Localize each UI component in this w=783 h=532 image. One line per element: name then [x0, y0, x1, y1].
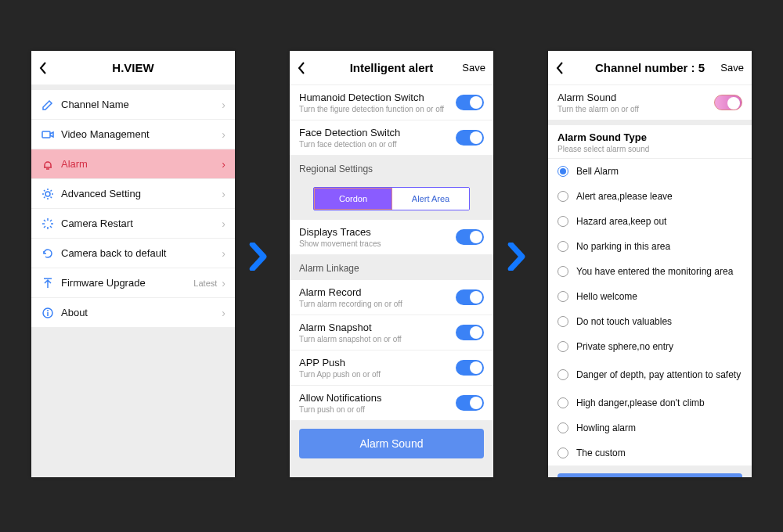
menu-label: Camera back to default [61, 247, 222, 259]
sound-option[interactable]: Private sphere,no entry [548, 334, 752, 359]
snapshot-toggle[interactable] [456, 325, 484, 340]
back-button[interactable] [290, 51, 313, 85]
sound-option[interactable]: The custom [548, 440, 752, 466]
face-detection-row: Face Detection Switch Turn face detectio… [290, 120, 493, 156]
chevron-right-icon: › [222, 217, 226, 230]
setting-label: Alarm Record [299, 286, 456, 298]
custom-voice-button[interactable]: Custom Voice [557, 473, 742, 477]
menu-item-gear[interactable]: Advanced Setting› [31, 179, 235, 209]
sound-option[interactable]: Danger of depth, pay attention to safety [548, 359, 752, 390]
sound-option[interactable]: Bell Alarm [548, 159, 752, 184]
arrow-icon [507, 243, 530, 276]
svg-point-12 [47, 310, 49, 311]
sound-option[interactable]: Alert area,please leave [548, 184, 752, 209]
option-label: No parking in this area [576, 241, 742, 252]
displays-traces-row: Displays Traces Show movement traces [290, 220, 493, 255]
alarm-icon [41, 158, 55, 171]
menu-item-video[interactable]: Video Management› [31, 120, 235, 149]
setting-label: Alarm Snapshot [299, 322, 456, 333]
radio-icon [557, 216, 568, 227]
alarm-sound-toggle[interactable] [714, 95, 742, 110]
svg-line-8 [50, 220, 52, 221]
allow-notifications-row: Allow Notifications Turn push on or off [290, 386, 493, 421]
option-label: Danger of depth, pay attention to safety [576, 369, 742, 380]
sound-option[interactable]: High danger,please don't climb [548, 390, 752, 415]
radio-icon [557, 422, 568, 433]
face-toggle[interactable] [456, 130, 484, 146]
video-icon [41, 128, 55, 141]
setting-desc: Turn face detection on or off [299, 140, 456, 149]
radio-icon [557, 291, 568, 302]
screen-channel-number: Channel number : 5 Save Alarm Sound Turn… [548, 51, 752, 477]
humanoid-toggle[interactable] [456, 95, 484, 110]
svg-line-6 [44, 220, 45, 221]
option-label: You have entered the monitoring area [576, 266, 742, 277]
setting-label: APP Push [299, 357, 456, 368]
alarm-sound-button[interactable]: Alarm Sound [299, 429, 484, 458]
menu-item-alarm[interactable]: Alarm› [31, 149, 235, 179]
radio-icon [557, 191, 568, 202]
setting-desc: Turn the alarm on or off [557, 105, 714, 113]
setting-label: Displays Traces [299, 226, 456, 238]
sound-option[interactable]: Do not touch valuables [548, 309, 752, 334]
menu-label: Alarm [61, 158, 222, 170]
header: Intelligent alert Save [290, 51, 493, 85]
setting-label: Humanoid Detection Switch [299, 92, 456, 103]
svg-line-7 [50, 226, 52, 228]
setting-desc: Turn App push on or off [299, 370, 456, 379]
sound-option[interactable]: Hello welcome [548, 284, 752, 309]
screen-intelligent-alert: Intelligent alert Save Humanoid Detectio… [290, 51, 493, 477]
setting-desc: Turn the figure detection function on or… [299, 105, 456, 113]
radio-icon [557, 316, 568, 327]
sound-option[interactable]: No parking in this area [548, 234, 752, 259]
push-toggle[interactable] [456, 360, 484, 376]
notif-toggle[interactable] [456, 395, 484, 411]
save-button[interactable]: Save [720, 62, 744, 74]
svg-rect-0 [42, 131, 50, 138]
menu-subtext: Latest [193, 279, 217, 288]
chevron-right-icon: › [222, 99, 226, 111]
radio-icon [557, 266, 568, 277]
menu-item-reset[interactable]: Camera back to default› [31, 239, 235, 268]
screen-hview: H.VIEW Channel Name›Video Management›Ala… [31, 51, 235, 477]
pencil-icon [41, 99, 55, 111]
app-push-row: APP Push Turn App push on or off [290, 350, 493, 386]
radio-icon [557, 166, 568, 177]
option-label: Private sphere,no entry [576, 341, 742, 352]
page-title: H.VIEW [31, 61, 235, 74]
menu-item-load[interactable]: Camera Restart› [31, 209, 235, 239]
menu-item-info[interactable]: About› [31, 298, 235, 328]
sound-option[interactable]: Hazard area,keep out [548, 209, 752, 234]
menu-item-pencil[interactable]: Channel Name› [31, 90, 235, 120]
setting-label: Allow Notifications [299, 392, 456, 404]
setting-desc: Turn alarm snapshot on or off [299, 335, 456, 343]
save-button[interactable]: Save [462, 62, 485, 74]
menu-label: Video Management [61, 128, 222, 140]
header: H.VIEW [31, 51, 235, 85]
svg-point-1 [45, 192, 50, 196]
load-icon [41, 217, 55, 230]
option-label: Hazard area,keep out [576, 216, 742, 227]
sound-option[interactable]: You have entered the monitoring area [548, 259, 752, 284]
back-button[interactable] [548, 51, 572, 85]
traces-toggle[interactable] [456, 229, 484, 245]
menu-label: About [61, 307, 222, 318]
menu-item-upgrade[interactable]: Firmware UpgradeLatest› [31, 268, 235, 298]
segment-cordon[interactable]: Cordon [314, 188, 392, 210]
option-label: High danger,please don't climb [576, 397, 742, 408]
chevron-right-icon: › [222, 307, 226, 319]
segment-alert-area[interactable]: Alert Area [392, 188, 469, 210]
chevron-right-icon: › [222, 247, 226, 260]
chevron-right-icon: › [222, 158, 226, 171]
info-icon [41, 307, 55, 319]
alarm-snapshot-row: Alarm Snapshot Turn alarm snapshot on or… [290, 315, 493, 350]
section-desc: Please select alarm sound [557, 145, 742, 153]
record-toggle[interactable] [456, 289, 484, 305]
section-title: Alarm Sound Type [557, 131, 742, 143]
svg-line-9 [44, 226, 45, 228]
radio-icon [557, 341, 568, 352]
header: Channel number : 5 Save [548, 51, 752, 85]
back-button[interactable] [31, 51, 55, 85]
option-label: Hello welcome [576, 291, 742, 302]
sound-option[interactable]: Howling alarm [548, 415, 752, 440]
